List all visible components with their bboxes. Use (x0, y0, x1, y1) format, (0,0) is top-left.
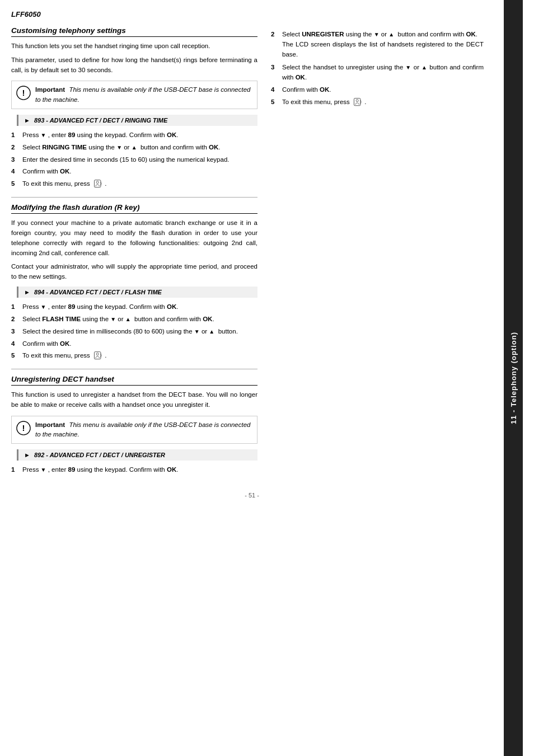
step-item: 1 Press ▼ , enter 89 using the keypad. C… (11, 130, 257, 140)
section-customising-title: Customising telephony settings (11, 26, 257, 37)
step-number: 2 (271, 30, 280, 40)
step-text: Confirm with OK. (22, 339, 257, 349)
step-number: 5 (11, 179, 20, 189)
col-left: Customising telephony settings This func… (11, 26, 257, 478)
customising-important-box: ! Important This menu is available only … (11, 81, 257, 109)
col-right: 2 Select UNREGISTER using the ▼ or ▲ but… (271, 26, 484, 478)
unregister-steps-left: 1 Press ▼ , enter 89 using the keypad. C… (11, 465, 257, 475)
divider (11, 197, 257, 198)
step-item: 2 Select RINGING TIME using the ▼ or ▲ b… (11, 143, 257, 153)
step-number: 4 (11, 339, 20, 349)
customising-para1: This function lets you set the handset r… (11, 41, 257, 51)
arrow-icon: ► (24, 289, 30, 295)
page-title: LFF6050 (11, 10, 493, 18)
menu-icon (353, 97, 363, 107)
page-footer: - 51 - (11, 489, 493, 499)
step-item: 5 To exit this menu, press . (11, 179, 257, 189)
step-number: 4 (271, 85, 280, 95)
step-number: 1 (11, 465, 20, 475)
step-number: 3 (271, 63, 280, 73)
main-content: LFF6050 Customising telephony settings T… (0, 0, 504, 756)
step-item: 5 To exit this menu, press . (11, 351, 257, 361)
svg-point-9 (356, 100, 358, 102)
step-text: To exit this menu, press . (22, 179, 257, 189)
step-number: 1 (11, 302, 20, 312)
unregister-important-box: ! Important This menu is available only … (11, 416, 257, 444)
important-content: Important This menu is available only if… (35, 85, 252, 105)
step-item: 3 Select the desired time in millisecond… (11, 327, 257, 337)
step-item: 3 Select the handset to unregister using… (271, 63, 484, 83)
flash-menu-ref: ► 894 - ADVANCED FCT / DECT / FLASH TIME (17, 287, 257, 298)
important-text: This menu is available only if the USB-D… (35, 421, 250, 438)
side-tab: 11 - Telephony (option) (504, 0, 523, 756)
step-text: Select FLASH TIME using the ▼ or ▲ butto… (22, 314, 257, 325)
menu-icon (93, 351, 103, 361)
customising-para2: This parameter, used to define for how l… (11, 55, 257, 76)
step-text: Press ▼ , enter 89 using the keypad. Con… (22, 302, 257, 312)
important-icon: ! (16, 421, 31, 435)
important-label: Important (35, 86, 65, 93)
menu-icon (93, 179, 103, 189)
svg-text:!: ! (22, 424, 25, 433)
step-text: Select UNREGISTER using the ▼ or ▲ butto… (282, 30, 484, 59)
unregister-para1: This function is used to unregister a ha… (11, 390, 257, 410)
step-number: 3 (11, 327, 20, 337)
customising-menu-ref: ► 893 - ADVANCED FCT / DECT / RINGING TI… (17, 115, 257, 126)
step-number: 4 (11, 167, 20, 177)
important-icon: ! (16, 86, 31, 100)
divider (11, 369, 257, 369)
step-number: 5 (11, 351, 20, 361)
flash-steps: 1 Press ▼ , enter 89 using the keypad. C… (11, 302, 257, 361)
step-item: 5 To exit this menu, press . (271, 97, 484, 107)
step-text: Confirm with OK. (22, 167, 257, 177)
step-item: 4 Confirm with OK. (11, 339, 257, 349)
step-item: 3 Enter the desired time in seconds (15 … (11, 155, 257, 165)
step-item: 2 Select FLASH TIME using the ▼ or ▲ but… (11, 314, 257, 325)
step-text: To exit this menu, press . (282, 97, 484, 107)
unregister-menu-ref: ► 892 - ADVANCED FCT / DECT / UNREGISTER (17, 449, 257, 461)
step-text: Select the handset to unregister using t… (282, 63, 484, 83)
step-item: 4 Confirm with OK. (11, 167, 257, 177)
important-text: This menu is available only if the USB-D… (35, 86, 250, 102)
step-number: 3 (11, 155, 20, 165)
flash-para1: If you connect your machine to a private… (11, 218, 257, 258)
svg-text:!: ! (22, 88, 25, 97)
important-content: Important This menu is available only if… (35, 420, 252, 440)
step-number: 1 (11, 130, 20, 140)
step-text: Confirm with OK. (282, 85, 484, 95)
step-text: Press ▼ , enter 89 using the keypad. Con… (22, 465, 257, 475)
svg-point-3 (96, 181, 99, 184)
arrow-icon: ► (24, 117, 30, 124)
section-flash-title: Modifying the flash duration (R key) (11, 203, 257, 214)
important-label: Important (35, 421, 65, 428)
step-text: Select RINGING TIME using the ▼ or ▲ but… (22, 143, 257, 153)
step-number: 2 (11, 143, 20, 153)
step-item: 2 Select UNREGISTER using the ▼ or ▲ but… (271, 30, 484, 59)
section-unregister-title: Unregistering DECT handset (11, 375, 257, 386)
step-text: Select the desired time in milliseconds … (22, 327, 257, 337)
flash-para2: Contact your administrator, who will sup… (11, 262, 257, 282)
step-number: 5 (271, 97, 280, 107)
step-item: 4 Confirm with OK. (271, 85, 484, 95)
two-col-layout: Customising telephony settings This func… (11, 26, 493, 478)
step-number: 2 (11, 314, 20, 325)
step-item: 1 Press ▼ , enter 89 using the keypad. C… (11, 465, 257, 475)
step-text: Press ▼ , enter 89 using the keypad. Con… (22, 130, 257, 140)
customising-steps: 1 Press ▼ , enter 89 using the keypad. C… (11, 130, 257, 189)
arrow-icon: ► (24, 452, 30, 458)
step-text: Enter the desired time in seconds (15 to… (22, 155, 257, 165)
page-container: LFF6050 Customising telephony settings T… (0, 0, 534, 756)
step-text: To exit this menu, press . (22, 351, 257, 361)
unregister-steps-right: 2 Select UNREGISTER using the ▼ or ▲ but… (271, 30, 484, 107)
svg-point-5 (96, 353, 99, 355)
side-tab-text: 11 - Telephony (option) (509, 332, 518, 424)
step-item: 1 Press ▼ , enter 89 using the keypad. C… (11, 302, 257, 312)
